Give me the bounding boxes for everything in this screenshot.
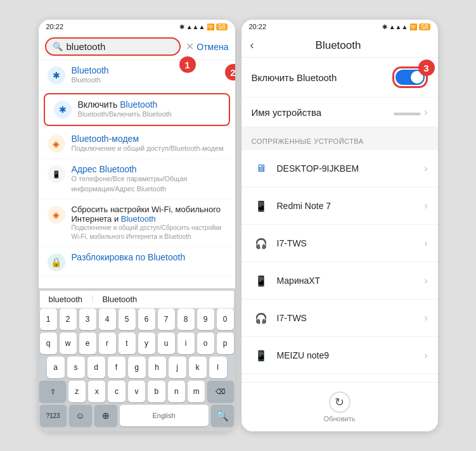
badge-2: 2 <box>225 64 235 80</box>
result-title-6: Разблокировка по Bluetooth <box>72 252 226 262</box>
key-f[interactable]: f <box>108 357 125 378</box>
search-key[interactable]: 🔍 <box>211 405 234 426</box>
key-n[interactable]: n <box>168 381 185 402</box>
key-7[interactable]: 7 <box>158 308 175 330</box>
device-row-0[interactable]: 🖥 DESKTOP-9IJKBEM › <box>241 150 438 187</box>
suggestion-2[interactable]: Bluetooth <box>98 293 141 305</box>
shift-key[interactable]: ⇧ <box>39 381 65 402</box>
key-y[interactable]: y <box>138 333 155 354</box>
device-chevron-1: › <box>424 200 427 212</box>
key-i[interactable]: i <box>177 333 195 354</box>
key-9[interactable]: 9 <box>197 308 214 330</box>
suggestion-1[interactable]: bluetooth <box>45 293 87 305</box>
key-s[interactable]: s <box>67 357 85 378</box>
device-row-3[interactable]: 📱 МаринаXT › <box>241 262 438 300</box>
bluetooth-title: Bluetooth <box>261 39 416 52</box>
search-input[interactable] <box>67 41 174 52</box>
result-text-1: Bluetooth Bluetooth <box>72 65 226 85</box>
result-subtitle-2: Bluetooth/Включить Bluetooth <box>78 110 220 119</box>
right-status-bar: 20:22 ✱ ▲▲▲ 🛜 58 <box>241 20 438 34</box>
key-j[interactable]: j <box>169 357 186 378</box>
key-z[interactable]: z <box>68 381 86 402</box>
result-subtitle-3: Подключение и общий доступ/Bluetooth-мод… <box>72 144 226 153</box>
key-6[interactable]: 6 <box>138 308 155 330</box>
result-text-4: Адрес Bluetooth О телефоне/Все параметры… <box>72 164 226 194</box>
result-item-address[interactable]: 📱 Адрес Bluetooth О телефоне/Все парамет… <box>39 159 235 200</box>
backspace-key[interactable]: ⌫ <box>207 381 233 402</box>
result-item-enable[interactable]: ✱ Включить Bluetooth Bluetooth/Включить … <box>44 93 230 125</box>
battery-icon: 58 <box>216 23 227 30</box>
result-text-6: Разблокировка по Bluetooth <box>72 252 226 262</box>
search-input-wrap[interactable]: 🔍 <box>45 37 181 56</box>
key-x[interactable]: x <box>88 381 105 402</box>
emoji-key[interactable]: ☺ <box>69 405 92 426</box>
key-8[interactable]: 8 <box>177 308 195 330</box>
suggestions-row: bluetooth | Bluetooth <box>40 291 234 308</box>
key-o[interactable]: o <box>197 333 214 354</box>
devices-list: 🖥 DESKTOP-9IJKBEM › 📱 Redmi Note 7 › 🎧 I… <box>241 150 438 382</box>
symbols-key[interactable]: ?123 <box>40 405 67 426</box>
key-1[interactable]: 1 <box>40 308 57 330</box>
wifi-icon: 🛜 <box>207 23 214 30</box>
kb-row-qwerty: q w e r t y u i o p <box>40 333 234 354</box>
back-button[interactable]: ‹ <box>250 39 254 52</box>
search-bar: 🔍 ✕ Отмена <box>39 34 235 60</box>
result-item-reset[interactable]: ◈ Сбросить настройки Wi-Fi, мобильного И… <box>39 200 235 247</box>
key-c[interactable]: c <box>108 381 125 402</box>
device-row-2[interactable]: 🎧 I7-TWS › <box>241 225 438 262</box>
key-b[interactable]: b <box>148 381 165 402</box>
key-k[interactable]: k <box>189 357 207 378</box>
space-key[interactable]: English <box>120 405 209 426</box>
key-0[interactable]: 0 <box>217 308 234 330</box>
result-title-2: Включить Bluetooth <box>78 99 220 110</box>
key-3[interactable]: 3 <box>79 308 96 330</box>
cancel-label[interactable]: Отмена <box>196 42 228 52</box>
device-row-4[interactable]: 🎧 I7-TWS › <box>241 300 438 337</box>
left-status-icons: ✱ ▲▲▲ 🛜 58 <box>179 23 228 30</box>
right-status-icons: ✱ ▲▲▲ 🛜 58 <box>382 23 430 30</box>
result-title-4: Адрес Bluetooth <box>72 164 226 174</box>
key-g[interactable]: g <box>128 357 146 378</box>
key-e[interactable]: e <box>79 333 96 354</box>
device-name-value: ▬▬▬ <box>394 107 420 117</box>
device-chevron-3: › <box>424 275 427 286</box>
globe-key[interactable]: ⊕ <box>94 405 117 426</box>
result-subtitle-1: Bluetooth <box>72 75 226 85</box>
right-phone: 20:22 ✱ ▲▲▲ 🛜 58 ‹ Bluetooth Включить Bl… <box>241 20 438 431</box>
key-h[interactable]: h <box>148 357 166 378</box>
left-phone: 20:22 ✱ ▲▲▲ 🛜 58 🔍 ✕ Отмена <box>39 20 235 431</box>
key-q[interactable]: q <box>40 333 57 354</box>
key-5[interactable]: 5 <box>119 308 136 330</box>
key-t[interactable]: t <box>119 333 136 354</box>
result-icon-3: ◈ <box>48 135 65 153</box>
key-4[interactable]: 4 <box>99 308 116 330</box>
result-item-unlock[interactable]: 🔒 Разблокировка по Bluetooth <box>39 247 235 277</box>
key-p[interactable]: p <box>217 333 234 354</box>
key-u[interactable]: u <box>158 333 175 354</box>
paired-devices-header: СОПРЯЖЕННЫЕ УСТРОЙСТВА <box>241 132 438 150</box>
device-row-1[interactable]: 📱 Redmi Note 7 › <box>241 187 438 225</box>
clear-icon[interactable]: ✕ <box>186 41 194 53</box>
key-l[interactable]: l <box>209 357 227 378</box>
result-icon-6: 🔒 <box>48 253 65 271</box>
key-m[interactable]: m <box>188 381 205 402</box>
key-w[interactable]: w <box>60 333 77 354</box>
key-d[interactable]: d <box>87 357 105 378</box>
result-item-modem[interactable]: ◈ Bluetooth-модем Подключение и общий до… <box>39 129 235 159</box>
device-chevron-2: › <box>424 238 427 249</box>
key-2[interactable]: 2 <box>60 308 77 330</box>
badge-3: 3 <box>418 60 435 76</box>
result-item-bluetooth[interactable]: ✱ Bluetooth Bluetooth 2 <box>39 60 235 91</box>
device-name-4: I7-TWS <box>277 313 421 323</box>
refresh-button[interactable]: ↻ <box>329 391 351 413</box>
key-a[interactable]: a <box>47 357 65 378</box>
bluetooth-status-icon: ✱ <box>179 23 184 30</box>
key-v[interactable]: v <box>128 381 145 402</box>
device-name-row[interactable]: Имя устройства ▬▬▬ › <box>241 98 438 127</box>
cancel-button[interactable]: ✕ Отмена <box>186 41 228 53</box>
device-row-5[interactable]: 📱 MEIZU note9 › <box>241 337 438 374</box>
key-r[interactable]: r <box>99 333 116 354</box>
device-row-6[interactable]: 📱 SPH-L710 › <box>241 374 438 382</box>
kb-row-asdf: a s d f g h j k l <box>40 357 234 378</box>
device-name-1: Redmi Note 7 <box>277 201 421 211</box>
